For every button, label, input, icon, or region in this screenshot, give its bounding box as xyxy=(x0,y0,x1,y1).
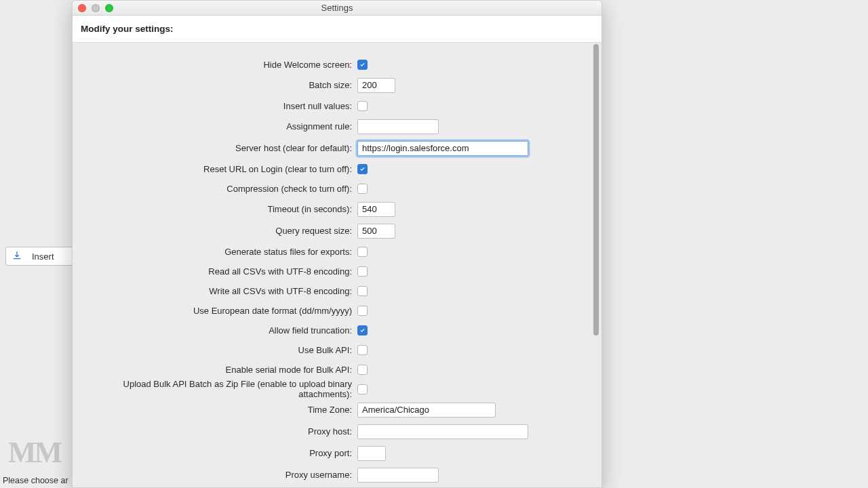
allow-trunc-label: Allow field truncation: xyxy=(85,325,357,336)
serial-bulk-label: Enable serial mode for Bulk API: xyxy=(85,365,357,375)
background-status-text: Please choose ar xyxy=(3,476,68,485)
page-title: Modify your settings: xyxy=(73,16,601,43)
euro-date-checkbox[interactable] xyxy=(357,306,368,316)
write-utf8-checkbox[interactable] xyxy=(357,286,368,296)
timeout-input[interactable] xyxy=(357,202,395,217)
hide-welcome-checkbox[interactable] xyxy=(357,60,368,70)
proxy-port-input[interactable] xyxy=(357,446,386,461)
insert-button[interactable]: Insert xyxy=(5,247,80,266)
download-icon xyxy=(12,250,22,263)
gen-status-label: Generate status files for exports: xyxy=(85,247,357,257)
server-host-label: Server host (clear for default): xyxy=(85,143,357,153)
compression-label: Compression (check to turn off): xyxy=(85,184,357,194)
window-title: Settings xyxy=(73,3,601,13)
proxy-host-label: Proxy host: xyxy=(85,426,357,436)
serial-bulk-checkbox[interactable] xyxy=(357,365,368,375)
proxy-user-input[interactable] xyxy=(357,468,439,483)
time-zone-input[interactable] xyxy=(357,403,496,418)
compression-checkbox[interactable] xyxy=(357,184,368,194)
assignment-rule-label: Assignment rule: xyxy=(85,121,357,131)
time-zone-label: Time Zone: xyxy=(85,405,357,415)
use-bulk-checkbox[interactable] xyxy=(357,345,368,355)
hide-welcome-label: Hide Welcome screen: xyxy=(85,60,357,70)
read-utf8-checkbox[interactable] xyxy=(357,266,368,277)
insert-nulls-label: Insert null values: xyxy=(85,101,357,111)
proxy-host-input[interactable] xyxy=(357,424,528,439)
reset-url-checkbox[interactable] xyxy=(357,164,368,174)
scrollbar-thumb[interactable] xyxy=(593,44,599,336)
query-size-label: Query request size: xyxy=(85,226,357,236)
scrollbar[interactable] xyxy=(591,43,601,487)
insert-nulls-checkbox[interactable] xyxy=(357,101,368,111)
use-bulk-label: Use Bulk API: xyxy=(85,345,357,355)
titlebar: Settings xyxy=(73,1,601,16)
zip-bulk-checkbox[interactable] xyxy=(357,384,368,394)
batch-size-label: Batch size: xyxy=(85,80,357,90)
write-utf8-label: Write all CSVs with UTF-8 encoding: xyxy=(85,286,357,296)
settings-scroll-area: Hide Welcome screen: Batch size: Insert … xyxy=(73,43,601,487)
batch-size-input[interactable] xyxy=(357,78,395,93)
settings-window: Settings Modify your settings: Hide Welc… xyxy=(72,0,602,488)
settings-form: Hide Welcome screen: Batch size: Insert … xyxy=(73,43,601,487)
proxy-user-label: Proxy username: xyxy=(85,470,357,480)
read-utf8-label: Read all CSVs with UTF-8 encoding: xyxy=(85,266,357,277)
insert-button-label: Insert xyxy=(32,251,54,262)
proxy-port-label: Proxy port: xyxy=(85,448,357,458)
euro-date-label: Use European date format (dd/mm/yyyy) xyxy=(85,306,357,316)
allow-trunc-checkbox[interactable] xyxy=(357,325,368,336)
server-host-input[interactable] xyxy=(357,141,528,156)
assignment-rule-input[interactable] xyxy=(357,119,439,134)
query-size-input[interactable] xyxy=(357,224,395,239)
reset-url-label: Reset URL on Login (clear to turn off): xyxy=(85,164,357,174)
zip-bulk-label: Upload Bulk API Batch as Zip File (enabl… xyxy=(85,379,357,399)
timeout-label: Timeout (in seconds): xyxy=(85,204,357,214)
gen-status-checkbox[interactable] xyxy=(357,247,368,257)
